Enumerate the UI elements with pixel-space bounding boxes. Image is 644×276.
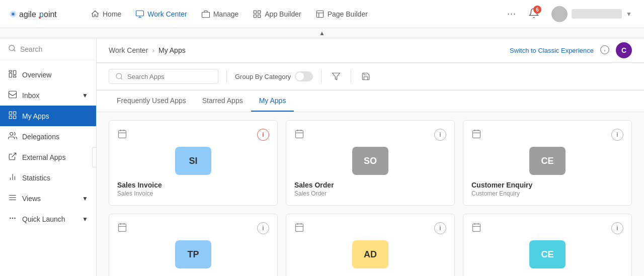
top-nav: agile p oint Home Work Center Manage App… [0,0,644,28]
sidebar-nav: Overview Inbox ▼ My Apps [0,60,96,276]
app-logo: CE [529,147,566,175]
search-apps-box[interactable] [109,69,218,84]
nav-page-builder[interactable]: Page Builder [309,6,374,23]
group-by-label: Group By Category [235,73,291,80]
svg-point-34 [15,218,16,219]
breadcrumb: Work Center › My Apps [109,46,186,54]
sidebar-item-inbox[interactable]: Inbox ▼ [0,85,96,106]
sidebar: Search Overview Inbox ▼ [0,38,97,276]
svg-rect-13 [316,11,324,18]
sidebar-item-label: Statistics [22,174,50,182]
app-card-ce2[interactable]: i CE CE App CE [463,214,632,276]
app-logo: CE [529,240,566,268]
svg-text:oint: oint [44,10,57,19]
sidebar-item-delegations[interactable]: Delegations [0,126,96,147]
app-card-sales-invoice[interactable]: i SI Sales Invoice Sales Invoice [109,120,278,206]
calendar-icon [294,129,304,140]
sidebar-collapse-button[interactable]: ‹ [92,147,97,167]
sidebar-item-label: My Apps [22,112,49,120]
svg-rect-22 [14,116,16,119]
views-icon [8,193,17,204]
app-info-icon[interactable]: i [257,129,269,141]
search-apps-input[interactable] [127,73,212,80]
sidebar-item-external-apps[interactable]: External Apps [0,147,96,167]
svg-rect-44 [296,130,303,138]
toolbar-divider-3 [351,69,351,83]
app-logo: SI [175,147,211,175]
svg-rect-9 [254,11,257,13]
user-initials-button[interactable]: C [616,42,632,58]
main-content: Work Center › My Apps Switch to Classic … [97,38,644,276]
sidebar-item-label: Delegations [22,133,59,141]
logo-svg: agile p oint [8,7,68,22]
app-info-icon[interactable]: i [257,222,269,234]
notifications-button[interactable]: 6 [526,6,541,22]
app-name: Customer Enquiry [471,181,623,189]
nav-app-builder[interactable]: App Builder [247,6,307,23]
quick-launch-chevron-icon: ▼ [82,216,88,223]
svg-rect-15 [9,70,12,72]
app-info-icon[interactable]: i [611,222,623,234]
calendar-icon [117,129,127,140]
collapse-bar[interactable]: ▲ [0,28,644,38]
calendar-icon [471,129,481,140]
tab-my-apps[interactable]: My Apps [251,90,294,112]
sidebar-item-label: Overview [22,71,51,79]
my-apps-icon [8,111,17,121]
svg-point-24 [10,132,13,135]
app-card-header: i [471,129,623,141]
breadcrumb-parent: Work Center [109,46,148,54]
statistics-icon [8,172,17,183]
user-chevron-icon: ▼ [626,11,632,18]
app-info-icon[interactable]: i [611,129,623,141]
app-card-sales-order[interactable]: i SO Sales Order Sales Order [286,120,455,206]
sidebar-search[interactable]: Search [0,38,96,60]
switch-experience-link[interactable]: Switch to Classic Experience [510,47,594,54]
save-button[interactable] [359,70,372,83]
toolbar-divider-1 [226,69,227,83]
filter-button[interactable] [330,70,343,83]
sidebar-item-quick-launch[interactable]: Quick Launch ▼ [0,209,96,229]
content-header: Work Center › My Apps Switch to Classic … [97,38,644,63]
search-apps-icon [115,72,123,80]
calendar-icon [117,222,127,234]
svg-point-2 [12,13,14,15]
user-menu[interactable]: ▼ [547,4,636,24]
sidebar-item-my-apps[interactable]: My Apps [0,106,96,126]
app-card-tp[interactable]: i TP TP App TP [109,214,278,276]
svg-point-6 [39,17,41,19]
search-icon [8,44,16,54]
sidebar-item-statistics[interactable]: Statistics [0,167,96,188]
app-card-ad[interactable]: i AD AD App AD [286,214,455,276]
nav-manage[interactable]: Manage [195,6,245,23]
svg-rect-52 [119,224,126,231]
app-description: Customer Enquiry [471,190,623,197]
nav-right: ··· 6 ▼ [503,4,636,24]
breadcrumb-separator: › [152,46,154,54]
user-avatar-img [551,6,568,22]
app-card-header: i [117,129,269,141]
collapse-chevron-icon: ▲ [319,30,325,37]
more-button[interactable]: ··· [503,5,520,23]
app-info-icon[interactable]: i [434,129,446,141]
svg-rect-48 [473,130,480,138]
svg-text:agile: agile [19,10,36,19]
sidebar-item-label: External Apps [22,153,65,161]
notification-badge: 6 [533,6,541,14]
tab-starred-apps[interactable]: Starred Apps [194,90,251,112]
app-description: Sales Order [294,190,446,197]
svg-rect-60 [473,224,480,231]
app-info-icon[interactable]: i [434,222,446,234]
nav-home[interactable]: Home [85,6,127,23]
svg-rect-40 [119,130,126,138]
tab-frequently-used[interactable]: Frequently Used Apps [109,90,194,112]
group-by-toggle[interactable] [295,71,313,81]
sidebar-item-overview[interactable]: Overview [0,64,96,85]
app-card-header: i [294,129,446,141]
app-card-customer-enquiry[interactable]: i CE Customer Enquiry Customer Enquiry [463,120,632,206]
sidebar-item-views[interactable]: Views ▼ [0,188,96,209]
nav-work-center[interactable]: Work Center [129,6,193,23]
svg-rect-10 [258,11,261,13]
user-name-label [572,9,622,19]
info-icon[interactable] [600,45,610,56]
